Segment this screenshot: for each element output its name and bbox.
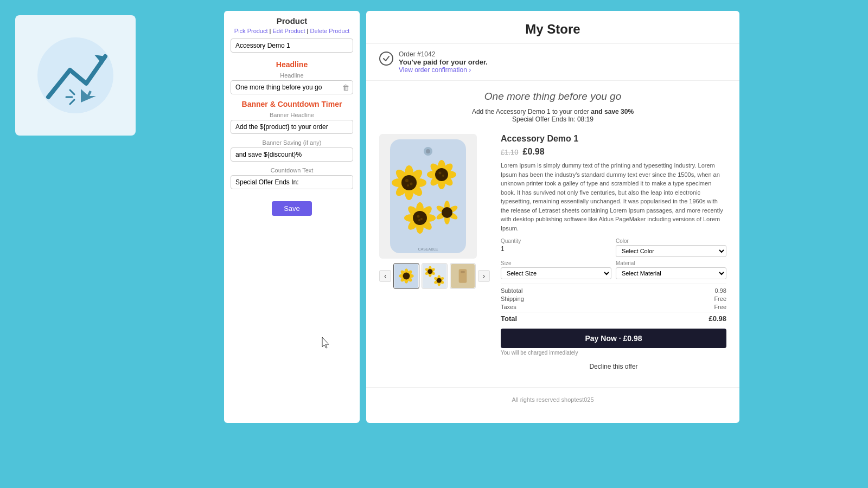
subtotal-line: Subtotal 0.98 xyxy=(501,287,726,294)
quantity-color-row: Quantity 1 Color Select Color xyxy=(501,238,726,257)
taxes-line: Taxes Free xyxy=(501,304,726,310)
pay-now-button[interactable]: Pay Now · £0.98 xyxy=(501,329,726,348)
view-order-link[interactable]: View order confirmation › xyxy=(399,66,471,74)
size-label: Size xyxy=(501,260,611,266)
store-name: My Store xyxy=(366,11,739,44)
product-section-title: Product xyxy=(231,16,353,25)
shipping-line: Shipping Free xyxy=(501,296,726,302)
logo-area xyxy=(15,15,136,136)
quantity-group: Quantity 1 xyxy=(501,238,611,257)
main-product-image: CASEABLE xyxy=(379,134,477,259)
offer-countdown: Special Offer Ends In: 08:19 xyxy=(377,115,729,123)
headline-input-row: 🗑 xyxy=(231,80,353,94)
svg-rect-62 xyxy=(423,264,446,288)
svg-point-61 xyxy=(403,273,410,280)
decline-link-container: Decline this offer xyxy=(501,361,726,371)
order-paid-text: You've paid for your order. xyxy=(399,58,488,66)
banner-saving-label: Banner Saving (if any) xyxy=(231,139,353,146)
total-line: Total £0.98 xyxy=(501,312,726,323)
color-group: Color Select Color xyxy=(616,238,726,257)
material-label: Material xyxy=(616,260,726,266)
svg-point-19 xyxy=(410,183,413,185)
svg-point-29 xyxy=(435,168,448,181)
countdown-label: Countdown Text xyxy=(231,167,353,174)
svg-text:CASEABLE: CASEABLE xyxy=(418,247,438,251)
thumb-next-button[interactable]: › xyxy=(478,270,490,282)
banner-headline-label: Banner Headline xyxy=(231,112,353,118)
shipping-value: Free xyxy=(714,296,726,302)
edit-product-link[interactable]: Edit Product xyxy=(273,28,305,34)
order-number: Order #1042 xyxy=(399,50,488,58)
delete-product-link[interactable]: Delete Product xyxy=(310,28,349,34)
svg-point-50 xyxy=(442,207,452,218)
product-description: Lorem Ipsum is simply dummy text of the … xyxy=(501,161,726,233)
size-group: Size Select Size xyxy=(501,260,611,279)
countdown-input[interactable] xyxy=(231,175,353,189)
svg-rect-79 xyxy=(461,271,464,273)
price-original: £1.10 xyxy=(501,148,519,156)
headline-delete-icon[interactable]: 🗑 xyxy=(339,81,353,94)
product-name: Accessory Demo 1 xyxy=(501,134,726,144)
price-sale: £0.98 xyxy=(523,147,545,157)
shipping-label: Shipping xyxy=(501,296,524,302)
thumb-prev-button[interactable]: ‹ xyxy=(379,270,391,282)
offer-banner-line1: Add the Accessory Demo 1 to your order a… xyxy=(377,108,729,115)
quantity-value: 1 xyxy=(501,245,611,253)
banner-headline-input[interactable] xyxy=(231,120,353,134)
total-label: Total xyxy=(501,314,517,323)
taxes-label: Taxes xyxy=(501,304,516,310)
save-button[interactable]: Save xyxy=(272,201,312,216)
svg-point-31 xyxy=(442,175,444,177)
taxes-value: Free xyxy=(714,304,726,310)
material-group: Material Select Material xyxy=(616,260,726,279)
material-select[interactable]: Select Material xyxy=(616,267,726,279)
product-links: Pick Product | Edit Product | Delete Pro… xyxy=(231,28,353,34)
svg-point-20 xyxy=(407,184,409,187)
price-row: £1.10 £0.98 xyxy=(501,147,726,157)
product-images: CASEABLE ‹ xyxy=(379,134,490,376)
color-select[interactable]: Select Color xyxy=(616,245,726,257)
order-confirmed-section: Order #1042 You've paid for your order. … xyxy=(366,44,739,81)
subtotal-value: 0.98 xyxy=(715,287,726,294)
offer-banner: Add the Accessory Demo 1 to your order a… xyxy=(366,106,739,129)
subtotal-label: Subtotal xyxy=(501,287,522,294)
headline-section-title: Headline xyxy=(231,60,353,69)
svg-point-30 xyxy=(439,172,442,175)
size-select[interactable]: Select Size xyxy=(501,267,611,279)
decline-offer-link[interactable]: Decline this offer xyxy=(589,363,637,370)
svg-point-43 xyxy=(418,219,420,221)
product-details: Accessory Demo 1 £1.10 £0.98 Lorem Ipsum… xyxy=(501,134,726,376)
price-breakdown: Subtotal 0.98 Shipping Free Taxes Free T… xyxy=(501,284,726,323)
product-input[interactable] xyxy=(231,38,353,53)
banner-section-title: Banner & Countdown Timer xyxy=(231,100,353,108)
svg-rect-6 xyxy=(390,139,466,253)
size-material-row: Size Select Size Material Select Materia… xyxy=(501,260,726,279)
thumb-1[interactable] xyxy=(393,263,419,289)
svg-point-41 xyxy=(417,215,420,218)
thumb-3[interactable] xyxy=(450,263,476,289)
svg-point-17 xyxy=(401,175,417,190)
left-panel: Product Pick Product | Edit Product | De… xyxy=(224,11,360,423)
charged-text: You will be charged immediately xyxy=(501,350,726,356)
check-circle-icon xyxy=(379,52,393,66)
svg-point-69 xyxy=(427,269,432,274)
order-text-block: Order #1042 You've paid for your order. … xyxy=(399,50,488,74)
svg-point-18 xyxy=(405,179,409,182)
pick-product-link[interactable]: Pick Product xyxy=(234,28,268,34)
svg-point-76 xyxy=(437,278,442,283)
total-value: £0.98 xyxy=(709,314,726,323)
svg-point-42 xyxy=(420,218,423,220)
quantity-label: Quantity xyxy=(501,238,611,244)
banner-saving-input[interactable] xyxy=(231,147,353,162)
store-footer: All rights reserved shoptest025 xyxy=(366,387,739,412)
upsell-heading: One more thing before you go xyxy=(366,81,739,106)
product-section: CASEABLE ‹ xyxy=(366,129,739,387)
color-label: Color xyxy=(616,238,726,244)
thumbnail-row: ‹ xyxy=(379,263,490,289)
svg-point-8 xyxy=(426,149,430,153)
headline-label: Headline xyxy=(231,72,353,79)
headline-input[interactable] xyxy=(231,81,339,94)
right-panel: My Store Order #1042 You've paid for you… xyxy=(366,11,739,423)
thumb-2[interactable] xyxy=(422,263,448,289)
svg-point-40 xyxy=(413,211,427,225)
